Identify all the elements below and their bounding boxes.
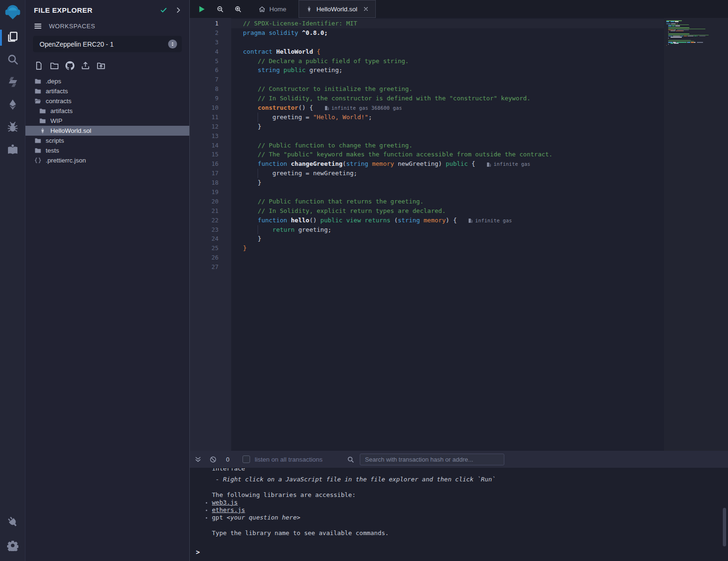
code-editor[interactable]: 1// SPDX-License-Identifier: MIT2pragma … bbox=[190, 18, 728, 451]
code-line-23[interactable]: 23 return greeting; bbox=[190, 225, 728, 235]
code-line-9[interactable]: 9 // In Solidity, the constructor is def… bbox=[190, 94, 728, 103]
tree-item-artifacts[interactable]: artifacts bbox=[25, 86, 189, 96]
code-line-26[interactable]: 26 bbox=[190, 253, 728, 262]
activity-file-explorer[interactable] bbox=[0, 26, 25, 49]
zoom-out-button[interactable] bbox=[217, 6, 224, 13]
activity-search[interactable] bbox=[0, 49, 25, 72]
terminal-prompt[interactable]: > bbox=[196, 548, 200, 556]
code-line-15[interactable]: 15 // The "public" keyword makes the fun… bbox=[190, 150, 728, 159]
code-line-6[interactable]: 6 string public greeting; bbox=[190, 65, 728, 75]
upload-folder-icon[interactable] bbox=[97, 61, 105, 70]
new-file-icon[interactable] bbox=[34, 61, 43, 70]
code-line-12[interactable]: 12 } bbox=[190, 122, 728, 131]
activity-solidity-compiler[interactable] bbox=[0, 72, 25, 94]
code-line-11[interactable]: 11 greeting = "Hello, World!"; bbox=[190, 113, 728, 122]
activity-plugin-manager[interactable] bbox=[0, 511, 25, 535]
file-explorer-header: FILE EXPLORER bbox=[25, 0, 189, 18]
tree-item-.deps[interactable]: .deps bbox=[25, 76, 189, 86]
activity-remix-logo[interactable] bbox=[0, 0, 25, 26]
line-number: 8 bbox=[190, 84, 231, 94]
line-number: 7 bbox=[190, 75, 231, 84]
terminal-link[interactable]: web3.js bbox=[212, 499, 238, 506]
terminal-scrollbar[interactable] bbox=[723, 508, 726, 546]
code-line-24[interactable]: 24 } bbox=[190, 234, 728, 244]
code-line-18[interactable]: 18 } bbox=[190, 178, 728, 187]
code-line-3[interactable]: 3 bbox=[190, 38, 728, 47]
code-line-14[interactable]: 14 // Public function to change the gree… bbox=[190, 141, 728, 150]
tab-label: HelloWorld.sol bbox=[316, 6, 357, 13]
editor-topbar: HomeHelloWorld.sol bbox=[190, 0, 728, 18]
check-icon[interactable] bbox=[160, 7, 167, 14]
remix-ide-window: FILE EXPLORER WORKSPACES OpenZeppelin ER… bbox=[0, 0, 728, 561]
activity-learneth[interactable] bbox=[0, 139, 25, 162]
upload-file-icon[interactable] bbox=[81, 61, 90, 70]
debugger-icon bbox=[7, 122, 18, 135]
line-number: 13 bbox=[190, 131, 231, 141]
tree-item-.prettierrc.json[interactable]: .prettierrc.json bbox=[25, 155, 189, 165]
code-line-20[interactable]: 20 // Public function that returns the g… bbox=[190, 197, 728, 206]
code-line-19[interactable]: 19 bbox=[190, 187, 728, 197]
activity-debugger[interactable] bbox=[0, 117, 25, 139]
zoom-in-button[interactable] bbox=[235, 6, 242, 13]
explorer-toolbar bbox=[25, 52, 189, 74]
hamburger-menu-icon[interactable] bbox=[34, 22, 42, 30]
line-number: 6 bbox=[190, 65, 231, 75]
code-line-21[interactable]: 21 // In Solidity, explicit return types… bbox=[190, 206, 728, 216]
code-line-22[interactable]: 22 function hello() public view returns … bbox=[190, 216, 728, 225]
minimap[interactable] bbox=[664, 18, 728, 451]
code-line-2[interactable]: 2pragma solidity ^0.8.0; bbox=[190, 28, 728, 38]
code-line-17[interactable]: 17 greeting = newGreeting; bbox=[190, 169, 728, 178]
editor-column: HomeHelloWorld.sol 1// SPDX-License-Iden… bbox=[190, 0, 728, 561]
code-line-27[interactable]: 27 bbox=[190, 262, 728, 272]
activity-settings[interactable] bbox=[0, 535, 25, 558]
activity-deploy-run[interactable] bbox=[0, 94, 25, 117]
tab-Home[interactable]: Home bbox=[252, 0, 293, 18]
settings-icon bbox=[7, 540, 18, 553]
code-line-1[interactable]: 1// SPDX-License-Identifier: MIT bbox=[190, 19, 728, 28]
chevron-right-icon[interactable] bbox=[175, 7, 182, 14]
line-number: 14 bbox=[190, 141, 231, 150]
workspaces-row: WORKSPACES bbox=[25, 18, 189, 32]
terminal-search-input[interactable] bbox=[360, 454, 504, 465]
tree-item-scripts[interactable]: scripts bbox=[25, 136, 189, 146]
clone-github-icon[interactable] bbox=[65, 61, 74, 70]
listen-checkbox[interactable] bbox=[243, 455, 250, 463]
tree-item-artifacts[interactable]: artifacts bbox=[25, 106, 189, 116]
workspace-selected-value: OpenZeppelin ERC20 - 1 bbox=[40, 41, 168, 48]
tree-item-WIP[interactable]: WIP bbox=[25, 116, 189, 126]
code-line-25[interactable]: 25} bbox=[190, 244, 728, 253]
tree-item-contracts[interactable]: contracts bbox=[25, 96, 189, 106]
code-line-4[interactable]: 4contract HelloWorld { bbox=[190, 47, 728, 57]
folder-icon bbox=[34, 137, 41, 144]
gas-estimate-widget: infinite gas bbox=[468, 216, 512, 226]
clear-ban-icon[interactable] bbox=[210, 456, 217, 463]
panel-title: FILE EXPLORER bbox=[34, 6, 153, 14]
workspace-stepper-icon[interactable] bbox=[168, 40, 177, 49]
code-line-8[interactable]: 8 // Constructor to initialize the greet… bbox=[190, 84, 728, 94]
code-line-5[interactable]: 5 // Declare a public field of type stri… bbox=[190, 57, 728, 66]
run-script-button[interactable] bbox=[198, 5, 206, 13]
chevrons-down-icon[interactable] bbox=[194, 456, 202, 463]
code-line-7[interactable]: 7 bbox=[190, 75, 728, 84]
terminal-link[interactable]: ethers.js bbox=[212, 506, 245, 513]
json-icon bbox=[34, 157, 41, 164]
tree-item-tests[interactable]: tests bbox=[25, 146, 189, 155]
tree-item-label: artifacts bbox=[46, 88, 68, 95]
workspace-select[interactable]: OpenZeppelin ERC20 - 1 bbox=[33, 36, 182, 52]
code-line-13[interactable]: 13 bbox=[190, 131, 728, 141]
activity-bar bbox=[0, 0, 25, 561]
terminal-panel: 0 listen on all transactions interface -… bbox=[190, 451, 728, 561]
line-number: 16 bbox=[190, 159, 231, 169]
close-icon[interactable] bbox=[363, 6, 369, 12]
tree-item-label: contracts bbox=[46, 98, 72, 105]
line-number: 15 bbox=[190, 150, 231, 159]
new-folder-icon[interactable] bbox=[50, 61, 59, 70]
workspaces-label: WORKSPACES bbox=[49, 23, 95, 30]
tree-item-HelloWorld.sol[interactable]: HelloWorld.sol bbox=[25, 126, 189, 136]
terminal-output[interactable]: interface - Right click on a JavaScript … bbox=[190, 468, 728, 561]
line-number: 27 bbox=[190, 262, 231, 272]
code-line-16[interactable]: 16 function changeGreeting(string memory… bbox=[190, 159, 728, 169]
code-line-10[interactable]: 10 constructor() {infinite gas 368600 ga… bbox=[190, 103, 728, 113]
line-number: 10 bbox=[190, 103, 231, 113]
tab-HelloWorld.sol[interactable]: HelloWorld.sol bbox=[299, 0, 376, 18]
